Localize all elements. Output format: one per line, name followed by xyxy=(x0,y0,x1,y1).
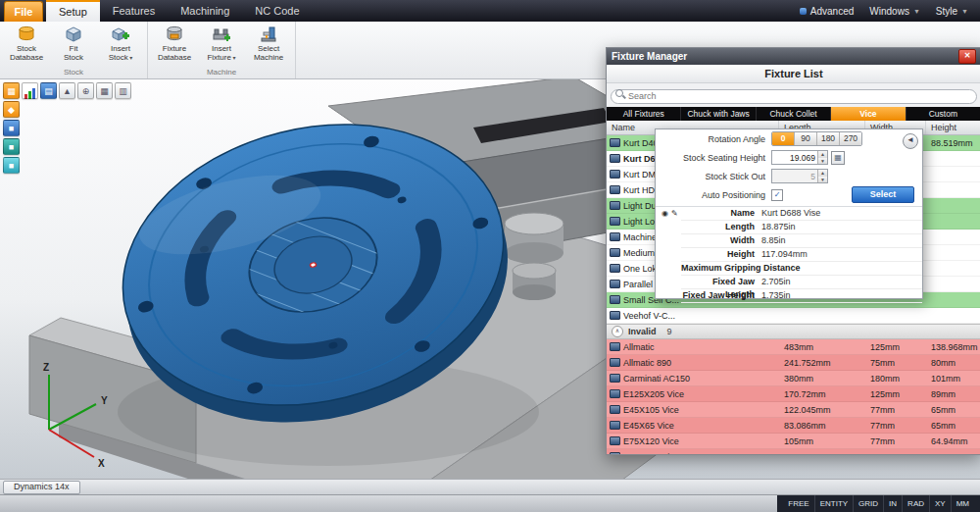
chevron-down-icon: ▼ xyxy=(961,8,968,15)
collapse-icon[interactable]: ∧ xyxy=(612,326,623,337)
mode-units[interactable]: IN xyxy=(883,495,902,512)
grid-picker-icon[interactable]: ▦ xyxy=(831,151,845,165)
layout-panels-icon[interactable]: ▥ xyxy=(115,82,131,99)
tab-custom[interactable]: Custom xyxy=(906,107,980,121)
table-row[interactable]: Veehof V-C... xyxy=(607,308,980,324)
tab-vice[interactable]: Vice xyxy=(831,107,906,121)
axis-x-label: X xyxy=(98,458,105,469)
tab-chuck-collet[interactable]: Chuck Collet xyxy=(757,107,831,121)
tab-chuck-with-jaws[interactable]: Chuck with Jaws xyxy=(681,107,756,121)
auto-positioning-checkbox[interactable]: ✓ xyxy=(771,189,783,201)
table-row[interactable]: E45X105 Vice 122.045mm 77mm 65mm xyxy=(607,402,980,418)
table-row[interactable]: Allmatic 483mm 125mm 138.968mm xyxy=(607,339,980,355)
invalid-label: Invalid xyxy=(628,327,657,336)
ribbon-group-stock: StockDatabase FitStock xyxy=(0,22,148,78)
detail-height-value: 117.094mm xyxy=(761,248,922,261)
search-input[interactable] xyxy=(611,89,977,104)
table-row[interactable]: Carminati AC150 380mm 180mm 101mm xyxy=(607,371,980,386)
jaw-height-label: Fixed Jaw Height xyxy=(681,289,761,302)
button-label: Fixture xyxy=(207,53,230,62)
angle-270-button[interactable]: 270 xyxy=(840,132,861,145)
close-button[interactable]: ✕ xyxy=(958,49,976,64)
select-button[interactable]: Select xyxy=(852,186,914,203)
menu-style[interactable]: Style ▼ xyxy=(936,6,968,17)
tab-machining[interactable]: Machining xyxy=(168,0,242,22)
mode-entity[interactable]: ENTITY xyxy=(814,495,853,512)
spinner[interactable]: ▲▼ xyxy=(817,170,827,182)
database-icon xyxy=(17,26,36,43)
fit-stock-button[interactable]: FitStock xyxy=(50,24,97,68)
chart-icon[interactable] xyxy=(22,82,38,99)
tab-features[interactable]: Features xyxy=(100,0,168,22)
up-arrow-icon[interactable]: ▲ xyxy=(59,82,75,99)
viewport-toolbar-left: ◆ ■ ■ ■ xyxy=(3,101,20,174)
column-height[interactable]: Height xyxy=(926,121,980,134)
material-icon[interactable]: ▤ xyxy=(40,82,57,99)
vise-icon xyxy=(610,436,620,445)
angle-90-button[interactable]: 90 xyxy=(795,132,817,145)
zoom-icon[interactable]: ⊕ xyxy=(77,82,94,99)
vise-icon xyxy=(610,217,620,226)
stock-database-button[interactable]: StockDatabase xyxy=(3,24,50,68)
mode-grid[interactable]: GRID xyxy=(853,495,883,512)
viewport-toolbar-top: ▦ ▤ ▲ ⊕ ▦ ▥ xyxy=(3,82,131,99)
detail-height-label: Height xyxy=(681,248,761,261)
stock-seating-height-input[interactable] xyxy=(772,151,817,164)
insert-stock-button[interactable]: InsertStock ▾ xyxy=(97,24,144,68)
fixture-name: E75X120 Vice xyxy=(623,436,679,446)
angle-180-button[interactable]: 180 xyxy=(817,132,840,145)
table-row[interactable]: E45X65 Vice 83.086mm 77mm 65mm xyxy=(607,418,980,434)
angle-0-button[interactable]: 0 xyxy=(772,132,795,145)
mode-mm[interactable]: MM xyxy=(951,495,974,512)
back-arrow-button[interactable]: ◄ xyxy=(903,133,918,149)
table-row[interactable]: E75X160 Vice 175mm 77mm 64.94mm xyxy=(607,449,980,454)
titlebar: File Setup Features Machining NC Code Ad… xyxy=(0,0,980,22)
file-menu-button[interactable]: File xyxy=(4,1,43,22)
insert-fixture-button[interactable]: InsertFixture ▾ xyxy=(198,24,245,68)
invalid-section-header[interactable]: ∧ Invalid 9 xyxy=(607,324,980,339)
stock-stick-out-input[interactable] xyxy=(772,170,817,182)
jaw-height-value: 1.735in xyxy=(761,289,922,302)
menu-style-label: Style xyxy=(936,6,957,17)
grid-icon[interactable]: ▦ xyxy=(96,82,113,99)
right-view-icon[interactable]: ■ xyxy=(3,157,20,174)
tab-all-fixtures[interactable]: All Fixtures xyxy=(607,107,681,121)
mode-plane[interactable]: XY xyxy=(929,495,951,512)
stock-wizard-icon[interactable]: ▦ xyxy=(3,82,20,99)
detail-name-label: Name xyxy=(681,207,761,220)
axis-y-label: Y xyxy=(101,395,108,406)
mode-free[interactable]: FREE xyxy=(783,495,813,512)
menu-advanced-label: Advanced xyxy=(810,6,854,17)
tab-setup[interactable]: Setup xyxy=(46,0,100,22)
table-row[interactable]: E125X205 Vice 170.72mm 125mm 89mm xyxy=(607,386,980,402)
fixture-database-button[interactable]: FixtureDatabase xyxy=(151,24,198,68)
statusbar: FREE ENTITY GRID IN RAD XY MM xyxy=(0,494,980,512)
table-row[interactable]: E75X120 Vice 105mm 77mm 64.94mm xyxy=(607,434,980,449)
stock-stick-out-label: Stock Stick Out xyxy=(663,172,765,181)
detail-length-label: Length xyxy=(681,221,761,233)
advanced-icon xyxy=(800,8,807,15)
mode-angle[interactable]: RAD xyxy=(902,495,929,512)
vise-handle xyxy=(505,213,564,300)
vise-icon xyxy=(610,185,620,194)
dropdown-arrow-icon: ▾ xyxy=(128,55,133,61)
top-view-icon[interactable]: ■ xyxy=(3,120,20,136)
vise-icon xyxy=(610,421,620,430)
fixture-name: Allmatic xyxy=(623,342,655,352)
select-machine-button[interactable]: SelectMachine xyxy=(245,24,292,68)
edit-icon[interactable]: ✎ xyxy=(671,209,678,218)
spinner[interactable]: ▲▼ xyxy=(817,151,827,164)
search-icon xyxy=(615,89,623,97)
tab-nc-code[interactable]: NC Code xyxy=(242,0,312,22)
vise-icon xyxy=(610,138,620,147)
front-view-icon[interactable]: ■ xyxy=(3,138,20,155)
visibility-icon[interactable]: ◉ xyxy=(662,209,668,218)
menu-advanced[interactable]: Advanced xyxy=(800,6,854,17)
dynamics-tab[interactable]: Dynamics 14x xyxy=(3,481,80,494)
vise-icon xyxy=(610,170,620,179)
table-row[interactable]: Allmatic 890 241.752mm 75mm 80mm xyxy=(607,355,980,371)
fixture-manager-titlebar[interactable]: Fixture Manager ✕ xyxy=(607,48,980,65)
iso-view-icon[interactable]: ◆ xyxy=(3,101,20,118)
rotation-angle-segmented: 0 90 180 270 xyxy=(771,131,862,146)
menu-windows[interactable]: Windows ▼ xyxy=(869,6,920,17)
